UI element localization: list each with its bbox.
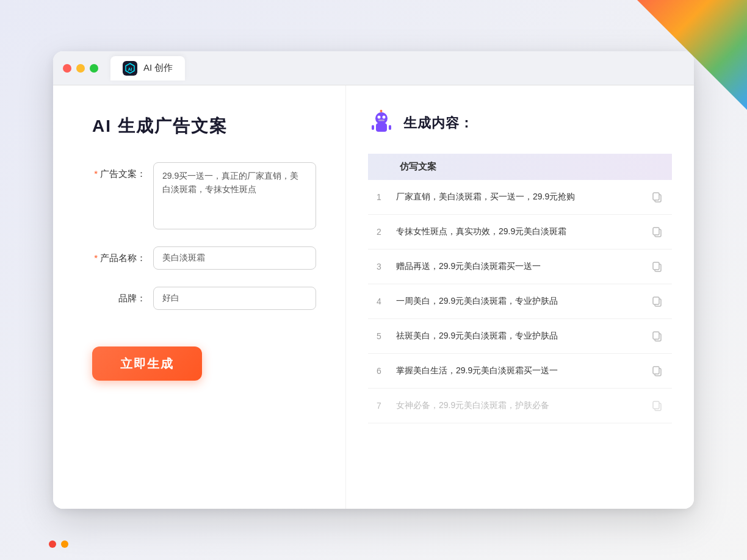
svg-point-4 <box>378 116 381 119</box>
table-row: 3 赠品再送，29.9元美白淡斑霜买一送一 <box>368 249 672 284</box>
col-text-header: 仿写文案 <box>390 154 643 180</box>
copy-button[interactable] <box>649 397 666 414</box>
table-row: 2 专抹女性斑点，真实功效，29.9元美白淡斑霜 <box>368 215 672 249</box>
row-number: 3 <box>368 249 390 284</box>
svg-rect-6 <box>378 120 384 121</box>
results-table-header: 仿写文案 <box>368 154 672 180</box>
decor-dot-red <box>49 540 56 548</box>
required-star-product: * <box>94 253 98 263</box>
right-title: 生成内容： <box>403 114 474 132</box>
label-brand: 品牌： <box>92 287 153 304</box>
copy-button[interactable] <box>649 362 666 379</box>
table-row: 1 厂家直销，美白淡斑霜，买一送一，29.9元抢购 <box>368 180 672 215</box>
traffic-light-maximize[interactable] <box>90 64 98 73</box>
browser-tab[interactable]: AI AI 创作 <box>110 56 185 81</box>
robot-icon <box>368 110 395 137</box>
input-product-name[interactable] <box>153 246 316 270</box>
input-brand[interactable] <box>153 287 316 310</box>
title-bar: AI AI 创作 <box>53 51 694 85</box>
svg-rect-15 <box>653 228 659 235</box>
generate-button[interactable]: 立即生成 <box>92 346 202 381</box>
copy-button[interactable] <box>649 258 666 275</box>
textarea-ad-copy[interactable]: 29.9买一送一，真正的厂家直销，美白淡斑霜，专抹女性斑点 <box>153 162 316 229</box>
row-number: 6 <box>368 354 390 389</box>
page-title: AI 生成广告文案 <box>92 115 316 138</box>
bg-decoration-bottom-left <box>49 540 68 548</box>
col-num-header <box>368 154 390 180</box>
row-number: 2 <box>368 215 390 249</box>
row-number: 7 <box>368 389 390 423</box>
form-group-ad-copy: *广告文案： 29.9买一送一，真正的厂家直销，美白淡斑霜，专抹女性斑点 <box>92 162 316 229</box>
table-row: 7 女神必备，29.9元美白淡斑霜，护肤必备 <box>368 389 672 423</box>
row-copy-text: 一周美白，29.9元美白淡斑霜，专业护肤品 <box>390 284 643 319</box>
results-table: 仿写文案 1 厂家直销，美白淡斑霜，买一送一，29.9元抢购 2 专抹女性斑点，… <box>368 154 672 423</box>
label-ad-copy: *广告文案： <box>92 162 153 180</box>
svg-point-5 <box>383 116 386 119</box>
row-copy-text: 专抹女性斑点，真实功效，29.9元美白淡斑霜 <box>390 215 643 249</box>
browser-window: AI AI 创作 AI 生成广告文案 *广告文案： 29.9买一送一，真正的厂家… <box>53 51 694 509</box>
svg-rect-17 <box>653 262 659 270</box>
row-copy-text: 祛斑美白，29.9元美白淡斑霜，专业护肤品 <box>390 319 643 354</box>
required-star-ad-copy: * <box>94 168 98 179</box>
svg-rect-13 <box>653 193 659 200</box>
tab-icon: AI <box>123 61 137 76</box>
results-table-body: 1 厂家直销，美白淡斑霜，买一送一，29.9元抢购 2 专抹女性斑点，真实功效，… <box>368 180 672 423</box>
row-number: 5 <box>368 319 390 354</box>
table-row: 4 一周美白，29.9元美白淡斑霜，专业护肤品 <box>368 284 672 319</box>
traffic-light-minimize[interactable] <box>76 64 85 73</box>
svg-rect-25 <box>653 401 659 409</box>
copy-button[interactable] <box>649 188 666 206</box>
row-copy-text: 女神必备，29.9元美白淡斑霜，护肤必备 <box>390 389 643 423</box>
svg-rect-19 <box>653 297 659 304</box>
form-group-product-name: *产品名称： <box>92 246 316 270</box>
traffic-lights <box>63 64 98 73</box>
right-panel: 生成内容： 仿写文案 1 厂家直销，美白淡斑霜，买一送一，29.9元抢购 <box>346 85 694 509</box>
svg-rect-11 <box>389 125 391 130</box>
row-number: 1 <box>368 180 390 215</box>
form-group-brand: 品牌： <box>92 287 316 310</box>
label-product-name: *产品名称： <box>92 246 153 264</box>
left-panel: AI 生成广告文案 *广告文案： 29.9买一送一，真正的厂家直销，美白淡斑霜，… <box>53 85 346 509</box>
traffic-light-close[interactable] <box>63 64 71 73</box>
decor-dot-orange <box>61 540 68 548</box>
content-area: AI 生成广告文案 *广告文案： 29.9买一送一，真正的厂家直销，美白淡斑霜，… <box>53 85 694 509</box>
copy-button[interactable] <box>649 293 666 310</box>
row-number: 4 <box>368 284 390 319</box>
row-copy-text: 赠品再送，29.9元美白淡斑霜买一送一 <box>390 249 643 284</box>
svg-rect-10 <box>372 125 374 130</box>
row-copy-text: 厂家直销，美白淡斑霜，买一送一，29.9元抢购 <box>390 180 643 215</box>
svg-rect-21 <box>653 332 659 339</box>
col-action-header <box>643 154 672 180</box>
svg-rect-23 <box>653 367 659 374</box>
copy-button[interactable] <box>649 328 666 345</box>
table-row: 6 掌握美白生活，29.9元美白淡斑霜买一送一 <box>368 354 672 389</box>
tab-title: AI 创作 <box>143 62 173 74</box>
svg-rect-3 <box>376 123 387 132</box>
row-copy-text: 掌握美白生活，29.9元美白淡斑霜买一送一 <box>390 354 643 389</box>
svg-point-9 <box>380 110 383 112</box>
right-header: 生成内容： <box>368 110 672 137</box>
copy-button[interactable] <box>649 223 666 240</box>
table-row: 5 祛斑美白，29.9元美白淡斑霜，专业护肤品 <box>368 319 672 354</box>
svg-text:AI: AI <box>128 66 132 71</box>
